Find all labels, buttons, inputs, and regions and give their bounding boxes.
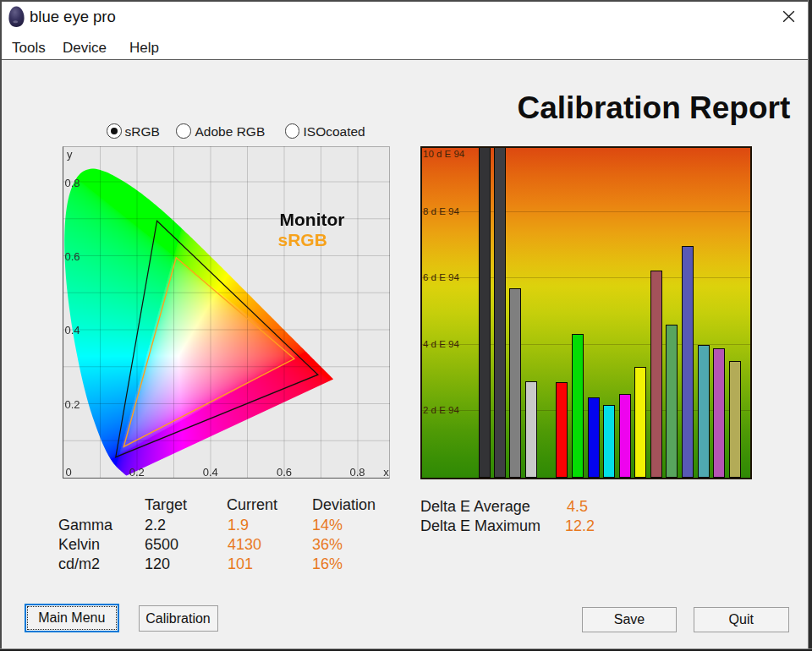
svg-text:0.6: 0.6 xyxy=(64,250,80,263)
svg-text:0: 0 xyxy=(65,466,71,479)
svg-text:0.4: 0.4 xyxy=(202,466,217,479)
svg-text:Monitor: Monitor xyxy=(279,210,344,229)
svg-text:0.6: 0.6 xyxy=(276,466,291,479)
svg-text:0.2: 0.2 xyxy=(129,466,144,479)
svg-text:x: x xyxy=(383,466,389,479)
svg-text:0.2: 0.2 xyxy=(64,398,80,411)
svg-text:0.8: 0.8 xyxy=(349,466,365,479)
svg-text:0.8: 0.8 xyxy=(64,177,80,189)
svg-text:0.4: 0.4 xyxy=(64,324,80,336)
svg-text:sRGB: sRGB xyxy=(277,230,326,249)
svg-text:y: y xyxy=(67,148,73,161)
